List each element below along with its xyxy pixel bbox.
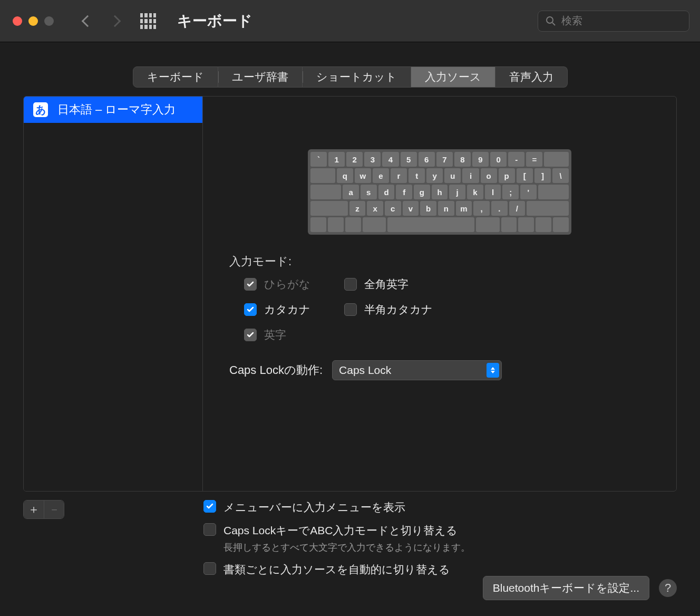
input-mode-label: カタカナ bbox=[264, 302, 310, 317]
key: w bbox=[355, 168, 371, 183]
settings-panel: あ 日本語 – ローマ字入力 `1234567890-=qwertyuiop[]… bbox=[23, 96, 677, 492]
key bbox=[544, 152, 569, 167]
input-mode-option: 英字 bbox=[244, 328, 344, 342]
key: ' bbox=[520, 185, 537, 199]
checkbox[interactable] bbox=[203, 523, 216, 536]
tab-1[interactable]: ユーザ辞書 bbox=[218, 66, 303, 88]
option-label: 書類ごとに入力ソースを自動的に切り替える bbox=[223, 562, 450, 577]
titlebar: キーボード bbox=[0, 0, 700, 42]
input-source-label: 日本語 – ローマ字入力 bbox=[57, 102, 176, 118]
key: v bbox=[403, 201, 419, 216]
add-remove-group: ＋ － bbox=[23, 500, 64, 519]
checkbox bbox=[244, 278, 257, 291]
checkbox[interactable] bbox=[244, 303, 257, 316]
key: c bbox=[385, 201, 401, 216]
key: t bbox=[409, 168, 425, 183]
search-field[interactable] bbox=[538, 11, 689, 32]
key: 0 bbox=[490, 152, 507, 167]
input-mode-option: ひらがな bbox=[244, 277, 344, 292]
tab-0[interactable]: キーボード bbox=[133, 66, 218, 88]
key: 5 bbox=[401, 152, 417, 167]
key: p bbox=[499, 168, 515, 183]
add-source-button[interactable]: ＋ bbox=[24, 500, 44, 518]
show-all-icon[interactable] bbox=[140, 13, 156, 29]
search-input[interactable] bbox=[561, 15, 682, 27]
caps-lock-value: Caps Lock bbox=[339, 364, 391, 377]
input-source-detail: `1234567890-=qwertyuiop[]\asdfghjkl;'zxc… bbox=[203, 97, 676, 491]
key bbox=[527, 201, 569, 216]
select-arrows-icon bbox=[487, 363, 499, 378]
key: q bbox=[337, 168, 353, 183]
key: k bbox=[467, 185, 483, 199]
input-mode-label: 英字 bbox=[264, 328, 286, 342]
tab-3[interactable]: 入力ソース bbox=[411, 66, 495, 88]
input-mode-option[interactable]: 全角英字 bbox=[344, 277, 650, 292]
input-source-icon: あ bbox=[33, 102, 48, 117]
input-mode-label: ひらがな bbox=[264, 277, 310, 292]
key: / bbox=[509, 201, 526, 216]
key: 9 bbox=[472, 152, 489, 167]
key: \ bbox=[552, 168, 569, 183]
key: j bbox=[449, 185, 465, 199]
input-mode-label: 半角カタカナ bbox=[364, 302, 433, 317]
input-mode-label: 全角英字 bbox=[364, 277, 409, 292]
forward-button[interactable] bbox=[109, 15, 121, 27]
checkbox[interactable] bbox=[203, 500, 216, 513]
key: i bbox=[462, 168, 479, 183]
tab-4[interactable]: 音声入力 bbox=[495, 66, 568, 88]
key: ; bbox=[502, 185, 519, 199]
key: l bbox=[485, 185, 501, 199]
checkbox bbox=[244, 329, 257, 341]
key: = bbox=[526, 152, 542, 167]
window-controls bbox=[13, 16, 54, 26]
tab-2[interactable]: ショートカット bbox=[303, 66, 411, 88]
key: m bbox=[456, 201, 472, 216]
option-row[interactable]: 書類ごとに入力ソースを自動的に切り替える bbox=[203, 562, 470, 577]
remove-source-button[interactable]: － bbox=[44, 500, 64, 518]
key: [ bbox=[517, 168, 533, 183]
checkbox[interactable] bbox=[344, 303, 357, 316]
svg-point-0 bbox=[547, 17, 553, 23]
checkbox[interactable] bbox=[344, 278, 357, 291]
option-label: Caps LockキーでABC入力モードと切り替える bbox=[223, 523, 470, 538]
key: 7 bbox=[436, 152, 453, 167]
caps-lock-select[interactable]: Caps Lock bbox=[332, 360, 502, 380]
key: f bbox=[396, 185, 412, 199]
footer-bar: Bluetoothキーボードを設定... ? bbox=[483, 576, 677, 600]
key: 2 bbox=[346, 152, 363, 167]
key: 6 bbox=[419, 152, 435, 167]
key bbox=[310, 168, 335, 183]
input-source-list: あ 日本語 – ローマ字入力 bbox=[24, 97, 203, 491]
key: - bbox=[508, 152, 524, 167]
nav-buttons bbox=[83, 17, 119, 25]
zoom-window-button[interactable] bbox=[44, 16, 54, 26]
minimize-window-button[interactable] bbox=[28, 16, 38, 26]
input-source-item[interactable]: あ 日本語 – ローマ字入力 bbox=[24, 97, 202, 123]
key: y bbox=[426, 168, 443, 183]
key: b bbox=[420, 201, 436, 216]
key: h bbox=[432, 185, 448, 199]
input-mode-option[interactable]: 半角カタカナ bbox=[344, 302, 650, 317]
back-button[interactable] bbox=[82, 15, 94, 27]
checkbox[interactable] bbox=[203, 562, 216, 575]
bluetooth-keyboard-button[interactable]: Bluetoothキーボードを設定... bbox=[483, 576, 649, 600]
key: ] bbox=[534, 168, 551, 183]
option-sublabel: 長押しするとすべて大文字で入力できるようになります。 bbox=[223, 541, 470, 554]
key: d bbox=[378, 185, 395, 199]
key: a bbox=[343, 185, 359, 199]
help-button[interactable]: ? bbox=[659, 579, 677, 597]
key: u bbox=[444, 168, 461, 183]
key: ` bbox=[310, 152, 327, 167]
option-row[interactable]: メニューバーに入力メニューを表示 bbox=[203, 500, 470, 515]
key: . bbox=[491, 201, 508, 216]
option-row[interactable]: Caps LockキーでABC入力モードと切り替える 長押しするとすべて大文字で… bbox=[203, 523, 470, 554]
key: e bbox=[373, 168, 389, 183]
close-window-button[interactable] bbox=[13, 16, 22, 26]
key: , bbox=[473, 201, 490, 216]
option-label: メニューバーに入力メニューを表示 bbox=[223, 500, 405, 515]
key bbox=[310, 185, 341, 199]
tab-bar: キーボードユーザ辞書ショートカット入力ソース音声入力 bbox=[23, 66, 677, 88]
key bbox=[538, 185, 569, 199]
input-mode-option[interactable]: カタカナ bbox=[244, 302, 344, 317]
caps-lock-label: Caps Lockの動作: bbox=[229, 362, 323, 378]
